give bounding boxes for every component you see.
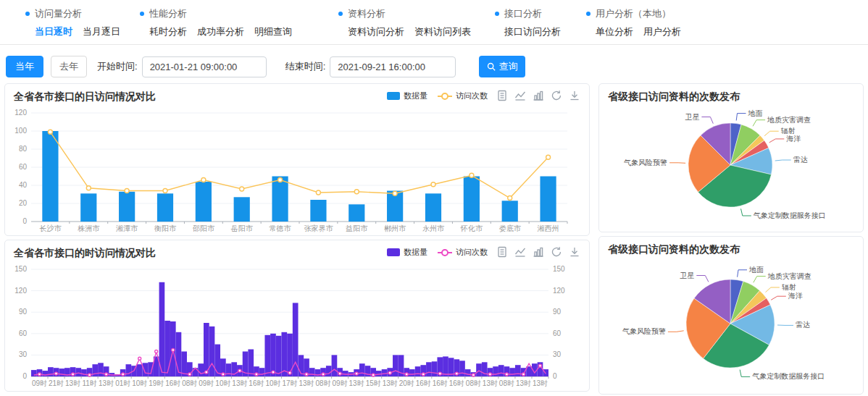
- nav-group-title: 接口分析: [495, 7, 567, 20]
- svg-text:150: 150: [553, 265, 565, 273]
- svg-text:120: 120: [14, 287, 27, 295]
- svg-text:郴州市: 郴州市: [384, 224, 406, 232]
- restore-icon[interactable]: [551, 90, 562, 101]
- legend-item-bar[interactable]: 数据量: [387, 90, 427, 101]
- daily-access-chart-panel: 全省各市接口的日访问情况对比 数据量 访问次数 020406080100120长…: [4, 83, 590, 236]
- svg-text:16时: 16时: [433, 379, 448, 387]
- restore-icon[interactable]: [551, 246, 562, 258]
- svg-text:13时: 13时: [483, 379, 498, 387]
- top-nav: 访问量分析 当日逐时 当月逐日 性能分析 耗时分析 成功率分析 明细查询 资料分…: [0, 0, 868, 45]
- nav-group-title: 资料分析: [338, 7, 476, 20]
- nav-item-daily-month[interactable]: 当月逐日: [83, 25, 120, 38]
- chart-toolbar: [496, 246, 580, 258]
- nav-item-interface-access[interactable]: 接口访问分析: [504, 25, 561, 38]
- data-view-icon[interactable]: [496, 90, 508, 101]
- line-swatch-icon: [438, 93, 452, 100]
- svg-text:100: 100: [14, 127, 27, 135]
- hourly-access-chart-panel: 全省各市接口的时访问情况对比 数据量 访问次数 0030306060909012…: [4, 240, 590, 392]
- switch-to-bar-icon[interactable]: [533, 246, 544, 258]
- svg-text:08时: 08时: [466, 379, 481, 387]
- svg-text:张家界市: 张家界市: [304, 224, 333, 232]
- svg-text:海洋: 海洋: [788, 292, 803, 300]
- svg-text:60: 60: [19, 163, 28, 171]
- daily-combo-chart[interactable]: 020406080100120长沙市株洲市湘潭市衡阳市邵阳市岳阳市常德市张家界市…: [5, 107, 577, 233]
- svg-text:气象定制数据服务接口: 气象定制数据服务接口: [754, 211, 826, 219]
- end-time-input[interactable]: [330, 56, 456, 77]
- svg-text:13时: 13时: [349, 379, 364, 387]
- start-time-input[interactable]: [142, 56, 267, 77]
- hourly-combo-chart[interactable]: 0030306060909012012015015009时21时13时11时13…: [5, 264, 577, 388]
- panel-title: 省级接口访问资料的次数发布: [608, 243, 854, 256]
- svg-text:16时: 16时: [249, 379, 264, 387]
- svg-text:60: 60: [553, 329, 562, 337]
- svg-text:21时: 21时: [49, 379, 64, 387]
- svg-text:30: 30: [553, 350, 562, 358]
- data-view-icon[interactable]: [496, 246, 508, 258]
- svg-text:20时: 20时: [399, 379, 414, 387]
- bullet-icon: [338, 12, 343, 16]
- save-image-icon[interactable]: [569, 246, 580, 258]
- svg-text:湘西州: 湘西州: [538, 224, 559, 232]
- nav-item-data-access-analysis[interactable]: 资料访问分析: [348, 25, 404, 38]
- nav-item-user-analysis[interactable]: 用户分析: [643, 25, 681, 38]
- svg-text:08时: 08时: [499, 379, 514, 387]
- last-year-button[interactable]: 去年: [51, 56, 87, 77]
- chart-legend: 数据量 访问次数: [387, 247, 488, 258]
- svg-text:13时: 13时: [533, 379, 548, 387]
- panel-title: 省级接口访问资料的次数发布: [608, 90, 854, 104]
- legend-item-bar[interactable]: 数据量: [387, 247, 427, 258]
- svg-text:地质灾害调查: 地质灾害调查: [767, 272, 811, 280]
- svg-text:17时: 17时: [282, 379, 297, 387]
- province-access-pie-chart[interactable]: 地面地质灾害调查辐射海洋雷达气象定制数据服务接口气象风险预警卫星: [599, 107, 860, 229]
- switch-to-line-icon[interactable]: [514, 90, 526, 101]
- nav-group-performance: 性能分析 耗时分析 成功率分析 明细查询: [140, 7, 320, 44]
- svg-text:08时: 08时: [182, 379, 197, 387]
- svg-text:雷达: 雷达: [793, 156, 808, 164]
- svg-text:岳阳市: 岳阳市: [230, 224, 254, 232]
- svg-text:08时: 08时: [316, 379, 331, 387]
- svg-text:地面: 地面: [748, 266, 764, 274]
- svg-text:09时: 09时: [333, 379, 348, 387]
- nav-item-hourly-today[interactable]: 当日逐时: [35, 25, 72, 38]
- save-image-icon[interactable]: [569, 90, 580, 101]
- nav-group-title: 性能分析: [140, 7, 320, 20]
- svg-text:09时: 09时: [32, 379, 47, 387]
- this-year-button[interactable]: 当年: [6, 56, 43, 77]
- svg-text:01时: 01时: [115, 379, 130, 387]
- svg-text:地质灾害调查: 地质灾害调查: [767, 116, 811, 124]
- nav-item-success-rate[interactable]: 成功率分析: [197, 25, 244, 38]
- nav-item-unit-analysis[interactable]: 单位分析: [596, 25, 633, 38]
- svg-text:衡阳市: 衡阳市: [154, 224, 177, 232]
- bar-swatch-icon: [387, 92, 400, 100]
- svg-text:30: 30: [19, 350, 28, 358]
- svg-text:卫星: 卫星: [680, 271, 694, 279]
- svg-text:13时: 13时: [232, 379, 247, 387]
- search-icon: [487, 62, 496, 71]
- legend-item-line[interactable]: 访问次数: [438, 90, 488, 101]
- svg-text:13时: 13时: [65, 379, 80, 387]
- svg-text:永州市: 永州市: [422, 224, 445, 232]
- bar-swatch-icon: [387, 248, 400, 256]
- svg-text:辐射: 辐射: [781, 127, 796, 135]
- nav-item-data-access-list[interactable]: 资料访问列表: [414, 25, 471, 38]
- nav-group-interface: 接口分析 接口访问分析: [495, 7, 567, 44]
- switch-to-line-icon[interactable]: [514, 246, 526, 258]
- svg-text:13时: 13时: [516, 379, 531, 387]
- svg-text:雷达: 雷达: [796, 321, 810, 329]
- switch-to-bar-icon[interactable]: [533, 90, 544, 101]
- svg-text:40: 40: [19, 181, 28, 189]
- svg-text:90: 90: [553, 308, 562, 316]
- svg-text:10时: 10时: [215, 379, 230, 387]
- svg-text:辐射: 辐射: [782, 283, 796, 291]
- svg-text:卫星: 卫星: [685, 113, 699, 121]
- svg-text:150: 150: [14, 265, 27, 273]
- bullet-icon: [25, 12, 30, 16]
- svg-text:120: 120: [14, 109, 27, 117]
- legend-item-line[interactable]: 访问次数: [438, 247, 488, 258]
- nav-item-time-cost[interactable]: 耗时分析: [149, 25, 187, 38]
- search-button[interactable]: 查询: [479, 56, 525, 77]
- province-access-pie-chart[interactable]: 地面地质灾害调查辐射海洋雷达气象定制数据服务接口气象风险预警卫星: [599, 260, 860, 392]
- svg-text:10时: 10时: [265, 379, 280, 387]
- svg-text:气象定制数据服务接口: 气象定制数据服务接口: [752, 372, 825, 380]
- nav-item-detail-query[interactable]: 明细查询: [254, 25, 292, 38]
